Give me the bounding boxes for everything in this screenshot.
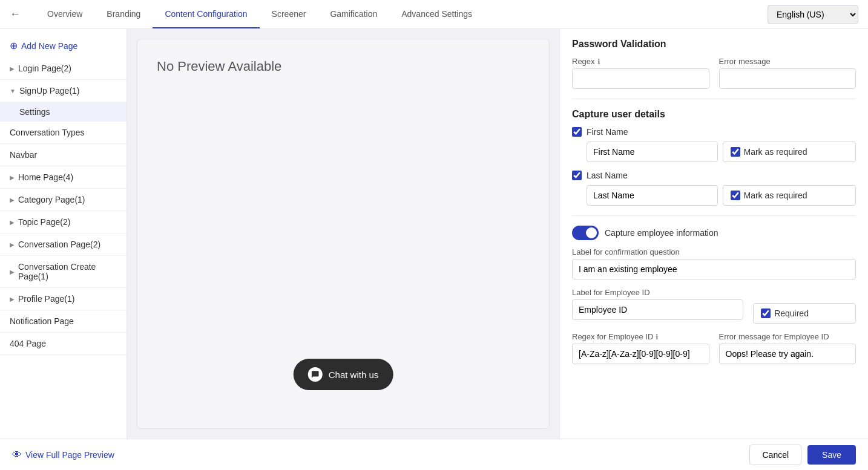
first-name-checkbox[interactable] <box>572 127 582 137</box>
password-validation-row: Regex ℹ Error message <box>572 57 856 89</box>
last-name-required-label: Mark as required <box>744 191 807 200</box>
last-name-field-row: Mark as required <box>587 185 856 206</box>
chat-button-label: Chat with us <box>329 370 379 380</box>
chevron-right-icon-2: ▶ <box>10 174 15 181</box>
plus-icon: ⊕ <box>10 40 18 51</box>
top-nav: ← Overview Branding Content Configuratio… <box>0 0 868 29</box>
first-name-field-row: Mark as required <box>587 142 856 162</box>
view-full-page-preview-button[interactable]: 👁 View Full Page Preview <box>12 449 114 460</box>
last-name-label: Last Name <box>587 171 628 180</box>
back-button[interactable]: ← <box>10 8 21 21</box>
bottom-bar: 👁 View Full Page Preview Cancel Save <box>0 439 868 470</box>
employee-regex-input[interactable] <box>572 344 709 364</box>
last-name-input[interactable] <box>587 185 718 206</box>
tab-content-configuration[interactable]: Content Configuration <box>153 1 259 28</box>
first-name-checkbox-row: First Name <box>572 127 856 137</box>
cancel-button[interactable]: Cancel <box>749 445 801 465</box>
chat-button[interactable]: Chat with us <box>294 359 393 390</box>
capture-user-details-section: Capture user details First Name Mark as … <box>572 109 856 206</box>
chevron-right-icon-7: ▶ <box>10 296 15 302</box>
last-name-checkbox[interactable] <box>572 171 582 180</box>
regex-group: Regex ℹ <box>572 57 709 89</box>
sidebar-item-conversation-create-page[interactable]: ▶ Conversation Create Page(1) <box>0 256 127 288</box>
first-name-label: First Name <box>587 127 628 137</box>
employee-error-label: Error message for Employee ID <box>719 332 856 341</box>
chevron-right-icon-5: ▶ <box>10 241 15 248</box>
required-box: Required <box>753 303 856 324</box>
first-name-mark-required-box: Mark as required <box>723 142 856 162</box>
employee-id-input[interactable] <box>572 299 743 320</box>
sidebar-item-login-page[interactable]: ▶ Login Page(2) <box>0 57 127 80</box>
first-name-required-checkbox[interactable] <box>731 147 740 157</box>
employee-regex-info-icon[interactable]: ℹ <box>656 333 659 341</box>
employee-required-checkbox[interactable] <box>761 308 771 318</box>
chevron-down-icon: ▼ <box>10 88 16 94</box>
no-preview-text: No Preview Available <box>157 59 281 74</box>
employee-id-row: Label for Employee ID Required <box>572 288 856 324</box>
sidebar-item-404-page[interactable]: 404 Page <box>0 333 127 355</box>
sidebar-item-conversation-page[interactable]: ▶ Conversation Page(2) <box>0 233 127 256</box>
tab-branding[interactable]: Branding <box>94 1 153 28</box>
employee-regex-group: Regex for Employee ID ℹ <box>572 332 709 364</box>
main-layout: ⊕ Add New Page ▶ Login Page(2) ▼ SignUp … <box>0 29 868 439</box>
confirmation-input[interactable] <box>572 259 856 279</box>
password-validation-title: Password Validation <box>572 39 856 50</box>
regex-info-icon[interactable]: ℹ <box>597 57 600 66</box>
chevron-right-icon: ▶ <box>10 65 15 72</box>
employee-error-input[interactable] <box>719 344 856 364</box>
divider-1 <box>572 99 856 99</box>
eye-icon: 👁 <box>12 449 22 460</box>
regex-label: Regex ℹ <box>572 57 709 66</box>
employee-required-label: Required <box>774 308 809 318</box>
tab-gamification[interactable]: Gamification <box>318 1 389 28</box>
capture-user-details-title: Capture user details <box>572 109 856 120</box>
language-select[interactable]: English (US) <box>768 5 858 24</box>
save-button[interactable]: Save <box>807 445 856 465</box>
first-name-required-label: Mark as required <box>744 147 807 157</box>
regex-input[interactable] <box>572 68 709 89</box>
employee-regex-label: Regex for Employee ID ℹ <box>572 332 709 341</box>
tab-advanced-settings[interactable]: Advanced Settings <box>389 1 484 28</box>
capture-employee-label: Capture employee information <box>605 228 718 238</box>
sidebar-item-conversation-types[interactable]: Conversation Types <box>0 122 127 144</box>
error-message-input[interactable] <box>719 68 856 89</box>
sidebar-item-settings[interactable]: Settings <box>0 102 127 122</box>
required-group: Required <box>753 288 856 324</box>
capture-employee-toggle[interactable] <box>572 226 599 240</box>
tab-overview[interactable]: Overview <box>35 1 94 28</box>
nav-tabs: Overview Branding Content Configuration … <box>35 1 768 28</box>
sidebar-item-category-page[interactable]: ▶ Category Page(1) <box>0 189 127 211</box>
last-name-required-checkbox[interactable] <box>731 191 740 200</box>
sidebar-item-topic-page[interactable]: ▶ Topic Page(2) <box>0 211 127 233</box>
tab-screener[interactable]: Screener <box>260 1 318 28</box>
error-message-group: Error message <box>719 57 856 89</box>
last-name-checkbox-row: Last Name <box>572 171 856 180</box>
employee-id-group: Label for Employee ID <box>572 288 743 324</box>
sidebar-item-navbar[interactable]: Navbar <box>0 144 127 166</box>
employee-regex-row: Regex for Employee ID ℹ Error message fo… <box>572 332 856 364</box>
sidebar-item-profile-page[interactable]: ▶ Profile Page(1) <box>0 288 127 310</box>
capture-employee-toggle-row: Capture employee information <box>572 226 856 240</box>
employee-id-label: Label for Employee ID <box>572 288 743 297</box>
sidebar-item-signup-page[interactable]: ▼ SignUp Page(1) <box>0 80 127 102</box>
sidebar-item-notification-page[interactable]: Notification Page <box>0 310 127 333</box>
divider-2 <box>572 215 856 216</box>
chevron-right-icon-3: ▶ <box>10 197 15 203</box>
toggle-slider <box>572 226 599 240</box>
preview-area: No Preview Available Chat with us <box>127 29 559 439</box>
sidebar: ⊕ Add New Page ▶ Login Page(2) ▼ SignUp … <box>0 29 127 439</box>
confirmation-question-group: Label for confirmation question <box>572 247 856 279</box>
sidebar-item-home-page[interactable]: ▶ Home Page(4) <box>0 166 127 189</box>
confirmation-label: Label for confirmation question <box>572 247 856 256</box>
chevron-right-icon-4: ▶ <box>10 219 15 226</box>
chevron-right-icon-6: ▶ <box>10 269 15 275</box>
error-message-label: Error message <box>719 57 856 66</box>
employee-error-group: Error message for Employee ID <box>719 332 856 364</box>
first-name-input[interactable] <box>587 142 718 162</box>
add-new-page-button[interactable]: ⊕ Add New Page <box>0 34 127 57</box>
right-panel: Password Validation Regex ℹ Error messag… <box>559 29 868 439</box>
last-name-mark-required-box: Mark as required <box>723 185 856 206</box>
chat-icon <box>308 367 323 382</box>
